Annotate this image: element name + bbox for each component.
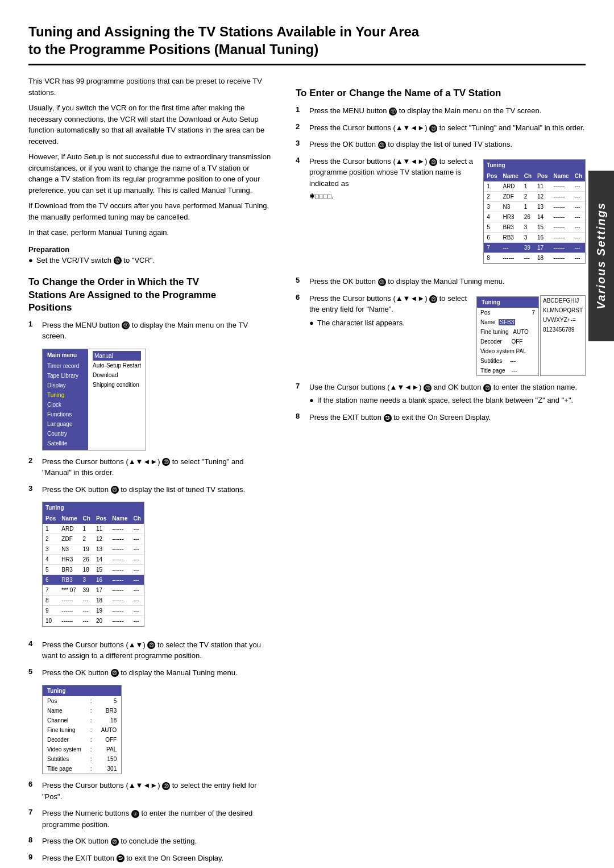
exit-icon-9: ㉕ [117, 854, 125, 862]
right-step-5: 5 Press the OK button ⑳ to display the M… [296, 276, 586, 287]
bullet-icon: ● [28, 256, 33, 265]
right-step-7: 7 Use the Cursor buttons (▲▼◄►) ⑳ and OK… [296, 382, 586, 406]
right-step-3: 3 Press the OK button ⑳ to display the l… [296, 139, 586, 150]
menu-icon: ⑰ [122, 321, 130, 329]
left-step-7: 7 Press the Numeric buttons ② to enter t… [28, 808, 273, 830]
r-ok-icon-5: ⑳ [378, 278, 386, 286]
section2-title: To Enter or Change the Name of a TV Stat… [296, 87, 586, 100]
right-step-2: 2 Press the Cursor buttons (▲▼◄►) ⑳ to s… [296, 122, 586, 134]
intro-para5: In that case, perform Manual Tuning agai… [28, 227, 273, 238]
intro-para2: Usually, if you switch the VCR on for th… [28, 102, 273, 147]
r-exit-icon-8: ㉕ [384, 414, 392, 422]
right-step-1: 1 Press the MENU button ⑰ to display the… [296, 105, 586, 117]
asterisk-box: ✱□□□□. [309, 191, 478, 201]
left-step-9: 9 Press the EXIT button ㉕ to exit the On… [28, 853, 273, 864]
left-step-3: 3 Press the OK button ⑳ to display the l… [28, 484, 273, 634]
right-step-7-sub: ● If the station name needs a blank spac… [309, 395, 586, 406]
left-step-1: 1 Press the MENU button ⑰ to display the… [28, 320, 273, 450]
intro-para4: If Download from the TV occurs after you… [28, 200, 273, 222]
tuning-detail-6: Tuning Pos7 Name SFB3 Fine tuning AUTO D… [476, 296, 539, 376]
right-step-4: 4 Press the Cursor buttons (▲▼◄►) ⑳ to s… [296, 156, 586, 271]
char-list-sub-bullet: ● The character list appears. [309, 317, 471, 329]
preparation-label: Preparation [28, 245, 273, 254]
tuning-detail-box-1: Tuning Pos:5 Name:BR3 Channel:18 Fine tu… [42, 681, 273, 774]
left-steps: 1 Press the MENU button ⑰ to display the… [28, 320, 273, 864]
ok-icon-2: ⑳ [162, 458, 170, 466]
r-ok-icon-4: ⑳ [429, 158, 437, 166]
left-step-6: 6 Press the Cursor buttons (▲▼◄►) ⑳ to s… [28, 780, 273, 802]
left-column: This VCR has 99 programme positions that… [28, 76, 273, 868]
numeric-icon: ② [131, 810, 139, 818]
ok-icon-3: ⑳ [111, 486, 119, 494]
left-step-5: 5 Press the OK button ⑳ to display the M… [28, 667, 273, 775]
r-ok-icon-2: ⑳ [429, 125, 437, 133]
ok-icon-6: ⑳ [162, 782, 170, 790]
ok-icon-8: ⑳ [111, 838, 119, 846]
vcr-tv-switch-icon: ⑫ [114, 257, 122, 264]
r-ok-icon-6: ⑳ [429, 295, 437, 303]
right-column: To Enter or Change the Name of a TV Stat… [296, 76, 586, 868]
r-menu-icon-1: ⑰ [389, 108, 397, 115]
intro-para3: However, if Auto Setup is not successful… [28, 151, 273, 196]
r-ok-icon-7b: ⑳ [483, 384, 491, 392]
right-step-6: 6 Press the Cursor buttons (▲▼◄►) ⑳ to s… [296, 293, 586, 376]
left-step-8: 8 Press the OK button ⑳ to conclude the … [28, 836, 273, 847]
right-step-8: 8 Press the EXIT button ㉕ to exit the On… [296, 412, 586, 423]
r-ok-icon-7a: ⑳ [424, 384, 432, 392]
preparation-item: ● Set the VCR/TV switch ⑫ to "VCR". [28, 256, 273, 265]
right-steps: 1 Press the MENU button ⑰ to display the… [296, 105, 586, 423]
section1-title: To Change the Order in Which the TV Stat… [28, 276, 273, 313]
tuning-table-1: Tuning PosNameChPosNameCh 1ARD111-------… [42, 498, 273, 634]
various-settings-sidebar: Various Settings [588, 171, 614, 341]
r-ok-icon-3: ⑳ [378, 141, 386, 149]
ok-icon-5: ⑳ [111, 669, 119, 677]
char-list-box: ABCDEFGHIJ KLMNOPQRST UVWXYZ+-= [540, 295, 586, 376]
left-step-2: 2 Press the Cursor buttons (▲▼◄►) ⑳ to s… [28, 456, 273, 478]
ok-icon-4: ⑳ [147, 641, 155, 649]
various-settings-text: Various Settings [595, 202, 608, 309]
main-menu-box: Main menu Timer record Tape Library Disp… [42, 345, 273, 450]
right-tuning-table-2: Tuning PosNameChPosNameCh 1ARD111-------… [483, 156, 586, 271]
tuning-detail-with-char: Tuning Pos7 Name SFB3 Fine tuning AUTO D… [476, 293, 586, 376]
intro-para1: This VCR has 99 programme positions that… [28, 76, 273, 98]
page-title: Tuning and Assigning the TV Stations Ava… [28, 23, 586, 65]
left-step-4: 4 Press the Cursor buttons (▲▼) ⑳ to sel… [28, 639, 273, 662]
